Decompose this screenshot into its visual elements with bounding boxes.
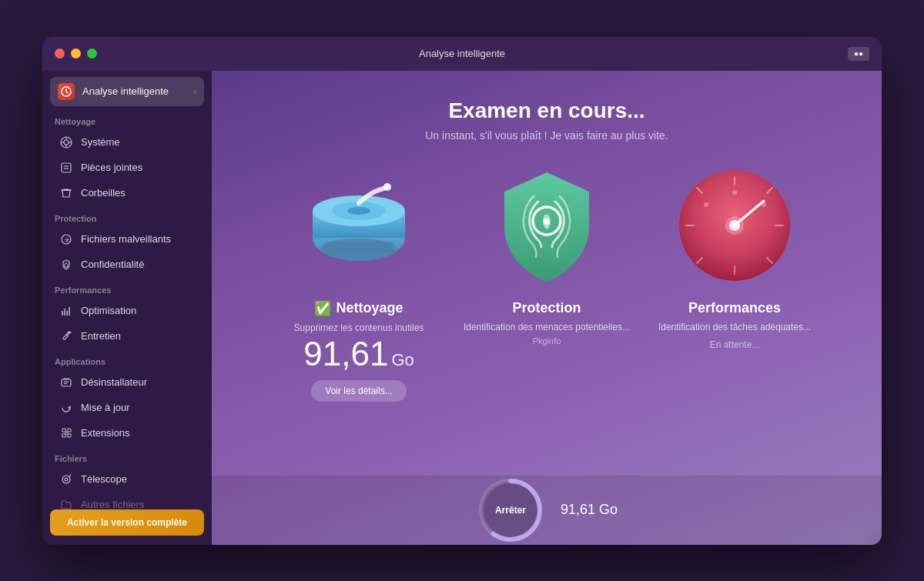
- telescope-icon: [59, 472, 73, 486]
- sidebar-item-desinstallateur[interactable]: Désinstallateur: [47, 370, 207, 395]
- corbeilles-label: Corbeilles: [81, 187, 126, 199]
- svg-point-21: [65, 478, 68, 481]
- main-header: Examen en cours... Un instant, s'il vous…: [394, 71, 699, 149]
- maximize-button[interactable]: [87, 48, 97, 58]
- section-title-performances: Performances: [42, 278, 212, 298]
- sidebar-item-entretien[interactable]: Entretien: [47, 324, 207, 349]
- nettoyage-card-name: ✅ Nettoyage: [314, 300, 403, 317]
- svg-text:☣: ☣: [64, 236, 70, 244]
- mise-a-jour-label: Mise à jour: [81, 402, 130, 413]
- bottom-progress-bar: Arrêter 91,61 Go: [212, 476, 882, 545]
- sidebar-item-fichiers-malveillants[interactable]: ☣ Fichiers malveillants: [47, 227, 207, 252]
- fichiers-malveillants-icon: ☣: [59, 232, 73, 246]
- sidebar-item-optimisation[interactable]: Optimisation: [47, 299, 207, 323]
- performances-status: En attente...: [710, 339, 760, 350]
- section-title-fichiers: Fichiers: [42, 446, 212, 466]
- svg-rect-17: [62, 379, 71, 386]
- nettoyage-unit: Go: [391, 350, 413, 370]
- pieces-jointes-label: Pièces jointes: [81, 162, 142, 173]
- extensions-icon: [59, 426, 73, 440]
- confidentialite-label: Confidentialité: [81, 259, 144, 270]
- confidentialite-icon: [59, 258, 73, 272]
- check-icon: ✅: [314, 300, 331, 317]
- protection-icon-container: [485, 165, 608, 288]
- performances-desc: Identification des tâches adéquates...: [658, 321, 811, 334]
- nettoyage-size-row: 91,61 Go: [303, 337, 413, 371]
- titlebar-right-controls: ●●: [848, 47, 869, 61]
- chevron-right-icon: ›: [193, 87, 196, 96]
- main-content: Examen en cours... Un instant, s'il vous…: [212, 71, 882, 545]
- entretien-label: Entretien: [81, 330, 121, 342]
- sidebar-item-telescope[interactable]: Télescope: [47, 467, 207, 492]
- sidebar-item-systeme[interactable]: Système: [47, 130, 207, 155]
- systeme-label: Système: [81, 136, 120, 148]
- traffic-lights: [55, 48, 97, 58]
- progress-ring: Arrêter: [476, 476, 545, 545]
- nettoyage-icon-container: [297, 165, 420, 288]
- extensions-label: Extensions: [81, 427, 130, 439]
- sidebar-item-corbeilles[interactable]: Corbeilles: [47, 181, 207, 205]
- titlebar: Analyse intelligente ●●: [42, 37, 882, 71]
- card-performances: Performances Identification des tâches a…: [650, 165, 819, 402]
- minimize-button[interactable]: [71, 48, 81, 58]
- sidebar-item-confidentialite[interactable]: Confidentialité: [47, 252, 207, 277]
- svg-point-44: [732, 190, 737, 195]
- autres-fichiers-label: Autres fichiers: [81, 499, 144, 510]
- pieces-jointes-icon: [59, 161, 73, 175]
- sidebar-item-mise-a-jour[interactable]: Mise à jour: [47, 396, 207, 420]
- section-title-applications: Applications: [42, 349, 212, 369]
- entretien-icon: [59, 329, 73, 343]
- analyse-icon: [58, 83, 75, 100]
- svg-point-45: [762, 202, 766, 207]
- app-window: Analyse intelligente ●● Analyse intellig…: [42, 37, 882, 545]
- performances-card-name: Performances: [688, 300, 781, 316]
- sidebar: Analyse intelligente › Nettoyage Systè: [42, 71, 212, 545]
- sidebar-item-extensions[interactable]: Extensions: [47, 421, 207, 446]
- disk-svg-icon: [301, 169, 417, 284]
- card-protection: Protection Identification des menaces po…: [462, 165, 631, 402]
- svg-point-46: [704, 202, 708, 207]
- fichiers-malveillants-label: Fichiers malveillants: [81, 233, 171, 245]
- stop-button[interactable]: Arrêter: [495, 505, 526, 516]
- desinstallateur-icon: [59, 376, 73, 389]
- nettoyage-size: 91,61: [303, 337, 388, 371]
- card-nettoyage: ✅ Nettoyage Supprimez les contenus inuti…: [274, 165, 444, 402]
- section-title-protection: Protection: [42, 206, 212, 226]
- performances-icon-container: [673, 165, 796, 288]
- main-subtitle: Un instant, s'il vous plaît ! Je vais fa…: [425, 129, 668, 142]
- svg-point-27: [347, 207, 370, 215]
- optimisation-icon: [59, 304, 73, 318]
- svg-point-20: [62, 476, 70, 483]
- mise-a-jour-icon: [59, 401, 73, 415]
- protection-card-name: Protection: [512, 300, 581, 316]
- section-title-nettoyage: Nettoyage: [42, 109, 212, 129]
- sidebar-active-label: Analyse intelligente: [82, 85, 186, 97]
- upgrade-button[interactable]: Activer la version complète: [50, 509, 204, 536]
- svg-line-22: [69, 475, 71, 476]
- systeme-icon: [59, 135, 73, 149]
- protection-sub: Pkginfo: [533, 336, 561, 346]
- gauge-svg-icon: [675, 166, 795, 285]
- desinstallateur-label: Désinstallateur: [81, 376, 147, 388]
- voir-details-button[interactable]: Voir les détails...: [311, 380, 406, 402]
- corbeilles-icon: [59, 186, 73, 200]
- menu-dots-icon: ●●: [854, 49, 863, 58]
- main-title: Examen en cours...: [425, 99, 668, 123]
- sidebar-item-analyse-intelligente[interactable]: Analyse intelligente ›: [50, 77, 204, 106]
- telescope-label: Télescope: [81, 473, 127, 485]
- close-button[interactable]: [55, 48, 65, 58]
- sidebar-item-pieces-jointes[interactable]: Pièces jointes: [47, 155, 207, 180]
- svg-rect-7: [62, 163, 71, 172]
- svg-rect-30: [324, 242, 393, 253]
- protection-desc: Identification des menaces potentielles.…: [464, 321, 630, 334]
- svg-point-28: [383, 183, 391, 191]
- window-body: Analyse intelligente › Nettoyage Systè: [42, 71, 882, 545]
- svg-point-31: [544, 219, 550, 225]
- titlebar-icon-btn[interactable]: ●●: [848, 47, 869, 61]
- svg-point-43: [729, 220, 740, 231]
- nettoyage-desc: Supprimez les contenus inutiles: [294, 322, 424, 335]
- window-title: Analyse intelligente: [419, 48, 505, 59]
- shield-svg-icon: [489, 165, 604, 288]
- optimisation-label: Optimisation: [81, 305, 136, 316]
- cards-row: ✅ Nettoyage Supprimez les contenus inuti…: [212, 149, 882, 415]
